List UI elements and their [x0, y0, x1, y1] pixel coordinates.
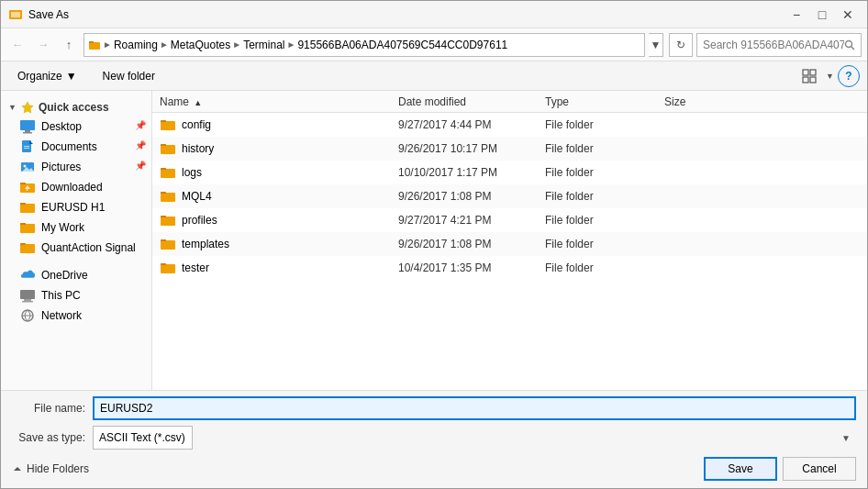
folder-icon [160, 141, 176, 156]
table-row[interactable]: logs 10/10/2017 1:17 PM File folder [152, 161, 867, 184]
col-date-header[interactable]: Date modified [398, 95, 545, 108]
svg-rect-28 [20, 244, 35, 253]
sidebar-item-mywork[interactable]: My Work [1, 217, 151, 238]
table-row[interactable]: history 9/26/2017 10:17 PM File folder [152, 137, 867, 161]
file-cell-type: File folder [545, 214, 664, 227]
new-folder-button[interactable]: New folder [94, 65, 164, 87]
sidebar-item-network[interactable]: Network [1, 306, 151, 326]
hide-folders-icon [12, 463, 23, 474]
svg-rect-35 [161, 121, 175, 130]
svg-marker-49 [14, 467, 21, 471]
thispc-icon [19, 288, 36, 303]
view-dropdown-arrow: ▼ [826, 72, 834, 81]
folder-icon [160, 189, 176, 204]
svg-rect-13 [23, 132, 32, 134]
onedrive-icon [19, 268, 36, 283]
save-button[interactable]: Save [704, 457, 777, 481]
file-cell-date: 9/26/2017 1:08 PM [398, 238, 545, 250]
table-row[interactable]: config 9/27/2017 4:44 PM File folder [152, 113, 867, 137]
sidebar-item-onedrive-label: OneDrive [41, 269, 144, 282]
sidebar-item-desktop[interactable]: Desktop 📌 [1, 117, 151, 137]
filetype-select[interactable]: ASCII Text (*.csv) [93, 426, 193, 450]
view-icon [802, 69, 817, 83]
pin-icon-3: 📌 [135, 161, 148, 173]
sidebar-item-documents[interactable]: Documents 📌 [1, 137, 151, 157]
sidebar-item-pictures-label: Pictures [41, 161, 129, 173]
table-row[interactable]: MQL4 9/26/2017 1:08 PM File folder [152, 184, 867, 208]
sidebar-item-thispc[interactable]: This PC [1, 285, 151, 306]
sidebar-item-thispc-label: This PC [41, 289, 144, 302]
help-button[interactable]: ? [838, 65, 860, 87]
help-label: ? [845, 70, 851, 83]
title-bar: Save As − □ ✕ [1, 1, 867, 28]
address-path[interactable]: ► Roaming ► MetaQuotes ► Terminal ► 9155… [83, 33, 645, 57]
address-dropdown-button[interactable]: ▼ [649, 33, 663, 57]
dialog-title: Save As [28, 8, 779, 21]
svg-line-5 [851, 46, 855, 50]
svg-point-19 [24, 165, 27, 168]
cancel-button[interactable]: Cancel [783, 457, 856, 481]
svg-rect-8 [803, 77, 808, 83]
hide-folders-button[interactable]: Hide Folders [12, 462, 89, 475]
filetype-row: Save as type: ASCII Text (*.csv) ▼ [12, 426, 856, 450]
svg-marker-10 [22, 102, 33, 113]
svg-rect-2 [89, 42, 100, 50]
sidebar-item-eurusd[interactable]: EURUSD H1 [1, 197, 151, 217]
path-id: 915566BA06ADA407569C544CC0D97611 [297, 39, 507, 51]
svg-rect-44 [161, 216, 166, 217]
back-button[interactable]: ← [6, 34, 28, 56]
quick-access-header[interactable]: ▼ Quick access [1, 94, 151, 117]
folder-icon [160, 117, 176, 132]
cancel-label: Cancel [802, 462, 836, 475]
filename-input[interactable] [93, 396, 856, 420]
toolbar: Organize ▼ New folder ▼ ? [1, 61, 867, 91]
search-input[interactable] [703, 39, 844, 51]
svg-rect-36 [161, 120, 166, 122]
table-row[interactable]: tester 10/4/2017 1:35 PM File folder [152, 256, 867, 280]
forward-button[interactable]: → [32, 34, 54, 56]
col-name-header[interactable]: Name ▲ [160, 95, 398, 108]
svg-rect-27 [20, 223, 26, 225]
quick-access-label: Quick access [39, 101, 109, 114]
svg-rect-43 [161, 217, 175, 226]
svg-rect-42 [161, 192, 166, 194]
select-arrow-icon: ▼ [841, 433, 851, 443]
svg-rect-41 [161, 193, 175, 202]
path-arrow-3: ► [232, 39, 241, 50]
network-icon [19, 308, 36, 323]
maximize-button[interactable]: □ [810, 5, 834, 25]
sidebar-item-pictures[interactable]: Pictures 📌 [1, 157, 151, 177]
view-options-button[interactable] [796, 65, 822, 87]
svg-marker-15 [29, 140, 33, 144]
sidebar-item-desktop-label: Desktop [41, 120, 129, 133]
sidebar-item-quantaction[interactable]: QuantAction Signal [1, 238, 151, 258]
sidebar-item-mywork-label: My Work [41, 221, 144, 234]
sidebar-item-downloaded[interactable]: Downloaded [1, 177, 151, 197]
refresh-button[interactable]: ↻ [669, 33, 693, 57]
close-button[interactable]: ✕ [836, 5, 860, 25]
pin-icon: 📌 [135, 120, 148, 133]
documents-icon [19, 139, 36, 154]
hide-folders-label: Hide Folders [27, 462, 89, 475]
sort-arrow: ▲ [194, 98, 202, 107]
path-arrow-1: ► [103, 39, 112, 50]
folder-icon [160, 237, 176, 251]
file-cell-type: File folder [545, 238, 664, 250]
file-cell-name: config [160, 117, 398, 132]
search-box[interactable] [696, 33, 862, 57]
sidebar-item-onedrive[interactable]: OneDrive [1, 265, 151, 285]
table-row[interactable]: templates 9/26/2017 1:08 PM File folder [152, 232, 867, 256]
col-type-header[interactable]: Type [545, 95, 664, 108]
table-row[interactable]: profiles 9/27/2017 4:21 PM File folder [152, 208, 867, 232]
organize-button[interactable]: Organize ▼ [8, 65, 86, 87]
svg-rect-24 [20, 204, 35, 213]
svg-rect-39 [161, 169, 175, 178]
up-button[interactable]: ↑ [58, 34, 80, 56]
svg-rect-48 [161, 263, 166, 265]
sidebar: ▼ Quick access Desktop 📌 [1, 91, 152, 390]
file-cell-date: 9/27/2017 4:21 PM [398, 214, 545, 227]
col-size-header[interactable]: Size [664, 95, 738, 108]
filename-row: File name: [12, 396, 856, 420]
minimize-button[interactable]: − [785, 5, 808, 25]
eurusd-folder-icon [19, 200, 36, 215]
